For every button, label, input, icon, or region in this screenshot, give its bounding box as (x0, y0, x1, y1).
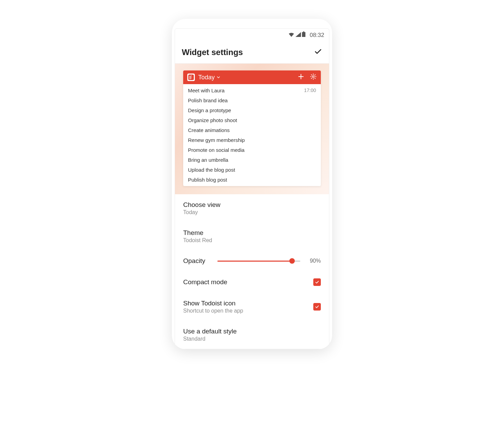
task-time: 17:00 (304, 88, 316, 93)
task-item[interactable]: Design a prototype (183, 105, 321, 115)
task-item[interactable]: Publish blog post (183, 175, 321, 185)
widget-preview-area: Today Meet with Laura17:00 Polish (175, 64, 329, 194)
widget-header: Today (183, 70, 321, 84)
opacity-label: Opacity (183, 257, 211, 265)
gear-icon (310, 73, 317, 80)
widget-settings-button[interactable] (310, 73, 317, 81)
show-icon-row[interactable]: Show Todoist icon Shortcut to open the a… (175, 293, 329, 321)
choose-view-label: Choose view (183, 201, 220, 209)
task-item[interactable]: Promote on social media (183, 145, 321, 155)
task-name: Upload the blog post (188, 167, 235, 173)
confirm-button[interactable] (314, 48, 322, 57)
slider-thumb[interactable] (289, 258, 295, 264)
opacity-percent: 90% (307, 258, 321, 264)
page-header: Widget settings (175, 41, 329, 64)
check-icon (315, 304, 319, 309)
compact-mode-label: Compact mode (183, 278, 227, 286)
status-icons (288, 31, 305, 39)
show-icon-checkbox[interactable] (313, 303, 321, 311)
battery-icon (302, 31, 305, 39)
task-list: Meet with Laura17:00 Polish brand idea D… (183, 84, 321, 186)
compact-mode-checkbox[interactable] (313, 278, 321, 286)
theme-row[interactable]: Theme Todoist Red (175, 222, 329, 250)
choose-view-row[interactable]: Choose view Today (175, 194, 329, 222)
phone-screen: 08:32 Widget settings Today (175, 28, 329, 349)
default-style-row[interactable]: Use a default style Standard (175, 321, 329, 349)
task-name: Bring an umbrella (188, 157, 228, 163)
task-item[interactable]: Polish brand idea (183, 95, 321, 105)
signal-icon (295, 32, 301, 39)
task-name: Organize photo shoot (188, 117, 237, 123)
task-item[interactable]: Upload the blog post (183, 165, 321, 175)
todoist-logo-icon (187, 74, 195, 81)
slider-fill (217, 261, 292, 262)
widget-view-selector[interactable]: Today (198, 74, 294, 81)
show-icon-label: Show Todoist icon (183, 300, 243, 307)
task-name: Design a prototype (188, 107, 231, 113)
svg-point-3 (313, 76, 314, 78)
opacity-slider[interactable] (217, 258, 300, 264)
task-item[interactable]: Bring an umbrella (183, 155, 321, 165)
task-name: Polish brand idea (188, 97, 228, 103)
status-bar: 08:32 (175, 29, 329, 41)
chevron-down-icon (216, 75, 221, 80)
page-title: Widget settings (182, 48, 243, 57)
status-time: 08:32 (310, 32, 324, 39)
theme-value: Todoist Red (183, 237, 212, 244)
task-name: Publish blog post (188, 177, 227, 183)
widget-title-label: Today (198, 74, 215, 81)
show-icon-subtitle: Shortcut to open the app (183, 308, 243, 314)
widget-card: Today Meet with Laura17:00 Polish (183, 70, 321, 186)
settings-list: Choose view Today Theme Todoist Red Opac… (175, 194, 329, 349)
task-name: Renew gym membership (188, 137, 245, 143)
task-item[interactable]: Create animations (183, 125, 321, 135)
compact-mode-row[interactable]: Compact mode (175, 272, 329, 293)
opacity-row: Opacity 90% (175, 250, 329, 272)
plus-icon (298, 73, 304, 80)
task-name: Promote on social media (188, 147, 244, 153)
task-item[interactable]: Meet with Laura17:00 (183, 85, 321, 95)
default-style-value: Standard (183, 336, 237, 342)
task-name: Create animations (188, 127, 230, 133)
check-icon (314, 48, 322, 56)
phone-frame: 08:32 Widget settings Today (172, 19, 332, 349)
theme-label: Theme (183, 229, 212, 237)
svg-rect-0 (303, 31, 304, 32)
slider-track (217, 261, 300, 262)
check-icon (315, 280, 319, 285)
wifi-icon (288, 32, 294, 39)
default-style-label: Use a default style (183, 328, 237, 335)
task-name: Meet with Laura (188, 88, 225, 93)
add-task-button[interactable] (298, 73, 304, 81)
svg-rect-1 (302, 32, 305, 37)
choose-view-value: Today (183, 209, 220, 215)
task-item[interactable]: Renew gym membership (183, 135, 321, 145)
task-item[interactable]: Organize photo shoot (183, 115, 321, 125)
